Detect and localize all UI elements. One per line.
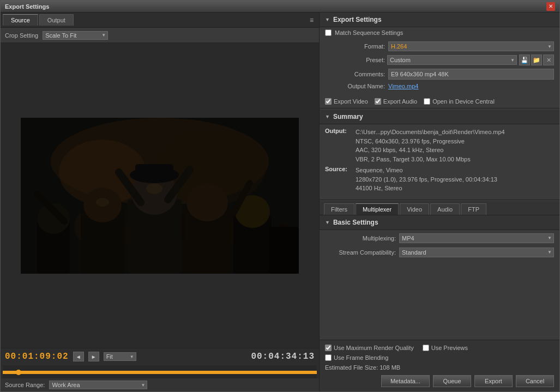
output-line4: VBR, 2 Pass, Target 3.00, Max 10.00 Mbps	[356, 156, 471, 162]
timecode-end: 00:04:34:13	[251, 352, 315, 361]
tab-ftp[interactable]: FTP	[461, 203, 486, 215]
multiplexing-select[interactable]: MP4 MOV None	[399, 233, 554, 243]
preview-svg	[21, 118, 299, 274]
cancel-button[interactable]: Cancel	[516, 375, 554, 387]
section-triangle-summary: ▼	[325, 114, 330, 119]
close-button[interactable]: ✕	[546, 2, 555, 11]
open-device-central-checkbox[interactable]	[424, 98, 430, 105]
summary-header: ▼ Summary	[320, 110, 559, 124]
source-range-select[interactable]: Work Area Entire Sequence In to Out	[49, 381, 147, 389]
stream-compatibility-row: Stream Compatibility: Standard Streaming	[325, 248, 554, 257]
metadata-button[interactable]: Metadata...	[381, 375, 430, 387]
source-line3: 44100 Hz, Stereo	[356, 185, 402, 191]
crop-select-wrapper: Scale To Fit Scale To Fill Stretch To Fi…	[43, 31, 108, 40]
output-line3: AAC, 320 kbps, 44.1 kHz, Stereo	[356, 147, 443, 153]
scroll-spacer	[320, 265, 559, 276]
right-scroll[interactable]: ▼ Export Settings Match Sequence Setting…	[320, 13, 559, 340]
tab-output[interactable]: Output	[39, 14, 74, 26]
next-frame-button[interactable]: ►	[88, 352, 99, 361]
tab-video[interactable]: Video	[400, 203, 429, 215]
export-audio-label: Export Audio	[383, 98, 417, 105]
format-row: Format: H.264 H.265 MPEG-4	[325, 41, 554, 51]
output-summary-key: Output:	[325, 128, 352, 164]
preset-select[interactable]: Custom Match Source Vimeo 720p HD	[387, 55, 517, 65]
format-select[interactable]: H.264 H.265 MPEG-4	[388, 41, 554, 51]
export-options-row: Export Video Export Audio Open in Device…	[320, 96, 559, 107]
crop-select[interactable]: Scale To Fit Scale To Fill Stretch To Fi…	[43, 31, 108, 40]
fit-select-wrapper: Fit 25% 50% 75% 100%	[104, 352, 136, 361]
title-bar: Export Settings ✕	[1, 1, 559, 13]
tabs-menu-icon[interactable]: ≡	[306, 15, 317, 25]
crop-setting-label: Crop Setting	[5, 32, 38, 39]
secondary-tabs: Filters Multiplexer Video Audio FTP	[320, 201, 559, 215]
use-frame-blending-option: Use Frame Blending	[325, 354, 388, 361]
summary-title: Summary	[333, 113, 363, 120]
tab-source[interactable]: Source	[3, 14, 38, 26]
bottom-bar: Use Maximum Render Quality Use Previews …	[320, 340, 559, 391]
folder-preset-button[interactable]: 📁	[531, 55, 542, 65]
preview-area	[1, 43, 319, 348]
preset-label: Preset:	[325, 57, 385, 63]
format-label: Format:	[325, 43, 385, 50]
fit-select[interactable]: Fit 25% 50% 75% 100%	[104, 352, 136, 361]
export-settings-title: Export Settings	[333, 16, 382, 23]
tab-filters[interactable]: Filters	[324, 203, 354, 215]
basic-settings-section: Multiplexing: MP4 MOV None Stream Compat…	[320, 230, 559, 265]
scrubber-track	[3, 371, 317, 374]
multiplexing-row: Multiplexing: MP4 MOV None	[325, 233, 554, 243]
tab-multiplexer[interactable]: Multiplexer	[356, 203, 399, 215]
svg-point-29	[146, 183, 162, 194]
section-triangle-export: ▼	[325, 17, 330, 22]
tabs-left: Source Output	[3, 14, 74, 26]
prev-frame-button[interactable]: ◄	[73, 352, 84, 361]
scrubber-area[interactable]	[3, 365, 317, 378]
queue-button[interactable]: Queue	[433, 375, 471, 387]
timeline-controls: 00:01:09:02 ◄ ► Fit 25% 50% 75% 100% 00:…	[1, 348, 319, 365]
export-audio-checkbox[interactable]	[375, 98, 381, 105]
svg-point-21	[186, 183, 228, 221]
frame-blending-row: Use Frame Blending	[325, 354, 554, 361]
format-select-wrapper: H.264 H.265 MPEG-4	[388, 41, 554, 51]
use-max-render-quality-label: Use Maximum Render Quality	[334, 345, 414, 351]
export-video-checkbox[interactable]	[325, 98, 332, 105]
source-line2: 1280x720 (1.0), 23.976 fps, Progressive,…	[356, 176, 497, 183]
export-video-label: Export Video	[334, 98, 368, 105]
save-preset-button[interactable]: 💾	[519, 55, 530, 65]
use-max-render-quality-checkbox[interactable]	[325, 345, 332, 351]
main-window: Export Settings ✕ Source Output ≡ Crop S…	[0, 0, 560, 392]
svg-rect-24	[269, 227, 299, 274]
section-triangle-basic: ▼	[325, 220, 330, 225]
preview-image-inner	[21, 118, 299, 274]
comments-input[interactable]	[388, 69, 554, 80]
tab-audio[interactable]: Audio	[430, 203, 460, 215]
export-button[interactable]: Export	[474, 375, 513, 387]
right-panel: ▼ Export Settings Match Sequence Setting…	[320, 13, 559, 391]
basic-settings-title: Basic Settings	[333, 219, 378, 226]
match-seq-row: Match Sequence Settings	[320, 27, 559, 38]
output-summary-block: Output: C:\User...ppy\Documents\benja_do…	[325, 128, 554, 164]
stream-compatibility-select[interactable]: Standard Streaming	[399, 248, 554, 257]
scrubber-handle[interactable]	[16, 370, 21, 375]
comments-row: Comments:	[325, 69, 554, 80]
source-line1: Sequence, Vimeo	[356, 167, 403, 173]
preview-image	[21, 118, 299, 274]
main-content: Source Output ≡ Crop Setting Scale To Fi…	[1, 13, 559, 391]
source-summary-key: Source:	[325, 166, 352, 193]
output-name-value[interactable]: Vimeo.mp4	[388, 83, 418, 89]
timeline-area: 00:01:09:02 ◄ ► Fit 25% 50% 75% 100% 00:…	[1, 348, 319, 391]
timecode-start: 00:01:09:02	[5, 352, 69, 361]
stream-compatibility-label: Stream Compatibility:	[325, 249, 396, 256]
divider-2	[320, 200, 559, 200]
svg-point-30	[96, 198, 109, 207]
use-frame-blending-label: Use Frame Blending	[334, 354, 388, 361]
use-previews-checkbox[interactable]	[423, 345, 429, 351]
divider-1	[320, 108, 559, 108]
use-frame-blending-checkbox[interactable]	[325, 354, 332, 361]
open-device-central-label: Open in Device Central	[432, 98, 495, 105]
use-previews-option: Use Previews	[423, 345, 468, 351]
preset-row: Preset: Custom Match Source Vimeo 720p H…	[325, 55, 554, 65]
delete-preset-button[interactable]: ✕	[543, 55, 554, 65]
match-sequence-checkbox[interactable]	[325, 29, 332, 36]
svg-rect-19	[135, 164, 173, 180]
output-name-label: Output Name:	[325, 83, 385, 89]
